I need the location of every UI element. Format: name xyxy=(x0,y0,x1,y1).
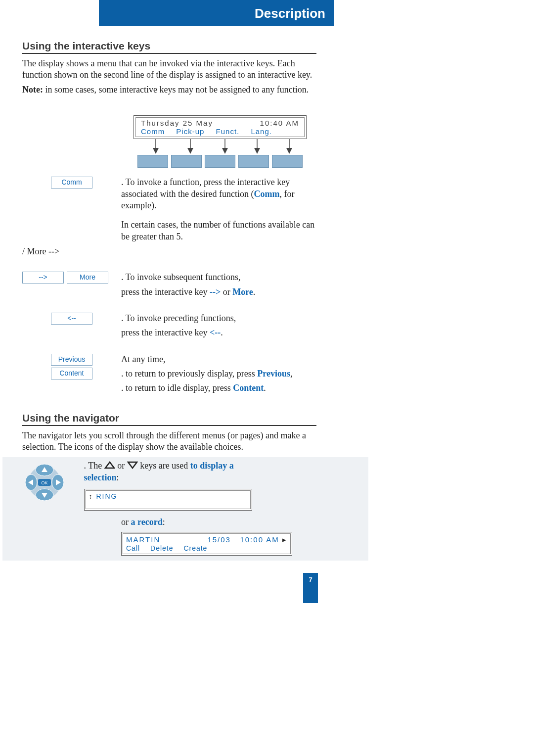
triangle-down-icon xyxy=(127,461,138,472)
key-more: More xyxy=(67,272,108,284)
display-date: Thursday 25 May xyxy=(141,119,213,127)
record-date: 15/03 xyxy=(207,535,231,544)
softkey-2 xyxy=(171,155,202,168)
ref-comm: Comm xyxy=(254,189,279,199)
softkey-1 xyxy=(137,155,168,168)
key-prev: <-- xyxy=(51,313,92,325)
ref-next: --> xyxy=(210,287,221,297)
section-title-navigator: Using the navigator xyxy=(22,412,319,424)
record-bold: a record xyxy=(131,517,163,527)
section-rule-2 xyxy=(22,425,316,426)
record-time: 10:00 AM xyxy=(240,535,279,544)
display-fn-funct: Funct. xyxy=(216,127,240,136)
phone-display-diagram: Thursday 25 May 10:40 AM Comm Pick-up Fu… xyxy=(134,115,307,168)
sel-line: . The or keys are used to display a sele… xyxy=(84,460,252,484)
display-time: 10:40 AM xyxy=(260,119,299,127)
svg-marker-17 xyxy=(128,462,137,468)
ref-content: Content xyxy=(233,383,264,393)
ret-prev: . to return to previously display, press… xyxy=(121,368,319,379)
page-header: Description xyxy=(255,6,325,21)
section2-intro: The navigator lets you scroll through th… xyxy=(22,430,319,453)
preced-a: . To invoke preceding functions, xyxy=(121,313,319,324)
ref-previous: Previous xyxy=(257,369,290,378)
ref-more: More xyxy=(232,287,253,297)
gt5-text: In certain cases, the number of function… xyxy=(121,219,319,242)
display-fn-comm: Comm xyxy=(141,127,165,136)
display-ring: RING xyxy=(96,492,117,500)
svg-marker-16 xyxy=(105,462,114,468)
note-label: Note: xyxy=(22,85,43,94)
key-content: Content xyxy=(51,368,92,379)
section1-intro: The display shows a menu that can be inv… xyxy=(22,58,319,81)
section-rule xyxy=(22,53,316,54)
navigator-band: OK . The or keys are used to display a s… xyxy=(2,457,368,561)
triangle-up-icon xyxy=(104,461,115,472)
key-comm: Comm xyxy=(51,177,92,189)
section1-note: Note: in some cases, some interactive ke… xyxy=(22,84,319,95)
display-fn-lang: Lang. xyxy=(251,127,272,136)
or-record: or a record: xyxy=(121,517,368,528)
header-band: Description xyxy=(99,0,334,26)
record-fn-call: Call xyxy=(126,544,140,552)
ref-prev: <-- xyxy=(210,328,221,337)
arrow-connectors xyxy=(134,139,307,154)
subseq-b: press the interactive key --> or More. xyxy=(121,286,319,298)
subseq-a: . To invoke subsequent functions, xyxy=(121,272,319,283)
display-fn-pickup: Pick-up xyxy=(176,127,204,136)
record-name: MARTIN xyxy=(126,535,160,544)
ret-idle: . to return to idle display, press Conte… xyxy=(121,382,319,394)
record-fn-delete: Delete xyxy=(150,544,173,552)
anytime: At any time, xyxy=(121,354,319,365)
section-title-interactive-keys: Using the interactive keys xyxy=(22,40,319,52)
invoke-text: . To invoke a function, press the intera… xyxy=(121,177,319,211)
softkey-4 xyxy=(238,155,269,168)
preced-b: press the interactive key <--. xyxy=(121,327,319,338)
page-number: 7 xyxy=(303,573,318,603)
updown-icon: ↕ xyxy=(89,492,93,500)
svg-text:OK: OK xyxy=(41,480,47,485)
triangle-right-icon: ▸ xyxy=(282,535,287,544)
note-text: in some cases, some interactive keys may… xyxy=(43,85,309,94)
softkey-3 xyxy=(205,155,235,168)
navigator-pad-icon: OK xyxy=(22,462,67,505)
key-previous: Previous xyxy=(51,354,92,366)
softkey-5 xyxy=(272,155,303,168)
record-fn-create: Create xyxy=(183,544,207,552)
key-next: --> xyxy=(22,272,64,284)
